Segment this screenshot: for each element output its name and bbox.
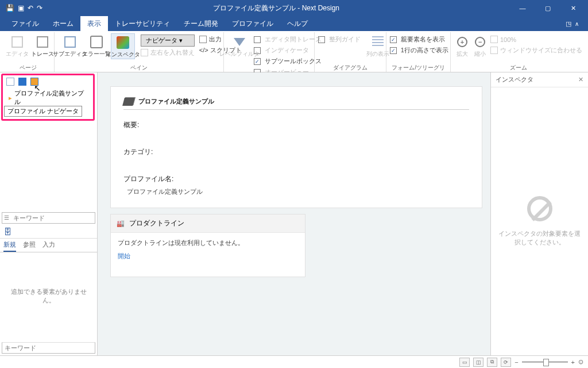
level-filter-button[interactable]: レベルフィルタ [227, 33, 252, 58]
tree-collapse-icon[interactable] [6, 78, 14, 86]
zoom-in-button[interactable]: 拡大 [454, 33, 470, 58]
zoom-plus[interactable]: + [571, 359, 575, 366]
tree-root-item[interactable]: ▸ プロファイル定義サンプル [3, 88, 93, 108]
inspector-title: インスペクタ [496, 75, 533, 84]
status-view1-icon[interactable]: ▭ [459, 358, 470, 367]
row-height-chk[interactable]: 1行の高さで表示 [390, 45, 448, 55]
productline-icon: 🏭 [117, 220, 125, 227]
inspector-panel: インスペクタ ✕ インスペクタの対象要素を選択してください。 [490, 72, 588, 355]
align-guide-chk[interactable]: 整列ガイド [318, 34, 361, 44]
ribbon-tabs: ファイル ホーム 表示 トレーサビリティ チーム開発 プロファイル ヘルプ ◳ … [0, 16, 588, 31]
group-pane-label: ペイン [58, 64, 220, 71]
tab-view[interactable]: 表示 [80, 16, 108, 31]
inspector-msg: インスペクタの対象要素を選択してください。 [497, 229, 582, 247]
redo-icon[interactable]: ↷ [37, 4, 42, 12]
zoom-slider[interactable] [522, 361, 568, 363]
tab-team[interactable]: チーム開発 [177, 16, 225, 31]
status-view2-icon[interactable]: ◫ [473, 358, 483, 367]
indicator-chk[interactable]: インディケータ [254, 45, 322, 55]
bottom-keyword-input[interactable] [2, 344, 95, 351]
main-panel: プロファイル定義サンプル 概要: カテゴリ: プロファイル名: プロファイル定義… [98, 72, 490, 355]
tab-file[interactable]: ファイル [5, 16, 46, 31]
profile-name-value: プロファイル定義サンプル [127, 187, 469, 196]
category-label: カテゴリ: [123, 147, 469, 157]
left-panel: ↖ ▸ プロファイル定義サンプル プロファイル ナビゲータ ☰ 🗄 新規 参照 … [0, 72, 98, 355]
profile-name-label: プロファイル名: [123, 174, 469, 184]
navigator-highlight-box: ↖ ▸ プロファイル定義サンプル プロファイル ナビゲータ [1, 74, 95, 121]
maximize-button[interactable]: ▢ [535, 0, 560, 16]
tab-traceability[interactable]: トレーサビリティ [108, 16, 177, 31]
tab-home[interactable]: ホーム [46, 16, 80, 31]
left-drawer-icon[interactable]: 🗄 [0, 225, 97, 239]
tree-box-icon[interactable] [18, 78, 26, 86]
error-list-button[interactable]: エラー一覧 [84, 33, 109, 58]
profile-document: プロファイル定義サンプル 概要: カテゴリ: プロファイル名: プロファイル定義… [110, 86, 482, 208]
inspector-close-icon[interactable]: ✕ [578, 76, 583, 83]
zoom-fit[interactable]: ウィンドウサイズに合わせる [490, 45, 582, 55]
productline-card: 🏭 プロダクトライン プロダクトラインは現在利用していません。 開始 [110, 214, 305, 277]
summary-label: 概要: [123, 120, 469, 130]
navigator-dropdown[interactable]: ナビゲータ ▾ [141, 34, 195, 47]
subeditor-button[interactable]: サブエディタ [58, 33, 82, 58]
keyword-input[interactable] [11, 214, 95, 221]
save-icon[interactable]: 💾 [6, 4, 14, 12]
tab-help[interactable]: ヘルプ [280, 16, 315, 31]
subtab-new[interactable]: 新規 [3, 240, 16, 252]
editor-page-button[interactable]: エディタ [6, 33, 29, 58]
ribbon: エディタ トレース ページ サブエディタ エラー一覧 インスペクタ ナビゲータ … [0, 31, 588, 72]
folder-icon[interactable]: ▣ [18, 4, 24, 12]
productline-body: プロダクトラインは現在利用していません。 [118, 239, 298, 247]
close-button[interactable]: ✕ [560, 0, 586, 16]
titlebar: 💾 ▣ ↶ ↷ プロファイル定義サンプル - Next Design ― ▢ ✕ [0, 0, 588, 16]
parent-name-chk[interactable]: 親要素名を表示 [390, 34, 448, 44]
profile-navigator-icon[interactable] [30, 78, 38, 86]
productline-title: プロダクトライン [129, 218, 184, 228]
bottom-keyword-search[interactable] [2, 342, 95, 354]
keyword-search[interactable]: ☰ [2, 212, 95, 224]
zoom-pct[interactable]: 100% [490, 34, 582, 44]
zoom-reset-icon[interactable]: ⊙ [578, 358, 583, 366]
status-view3-icon[interactable]: ⧉ [487, 358, 497, 367]
tab-profile[interactable]: プロファイル [225, 16, 280, 31]
trace-page-button[interactable]: トレース [31, 33, 54, 58]
group-zoom-label: ズーム [454, 64, 582, 71]
left-subtabs: 新規 参照 入力 [0, 239, 97, 252]
profile-title: プロファイル定義サンプル [138, 97, 214, 106]
status-bar: ▭ ◫ ⧉ ⟳ − + ⊙ [0, 355, 588, 368]
editor-trace-chk[interactable]: エディタ間トレース [254, 34, 322, 44]
inspector-button[interactable]: インスペクタ [111, 33, 135, 59]
zoom-minus[interactable]: − [514, 359, 518, 366]
group-diagram-label: ダイアグラム [318, 64, 382, 71]
keyword-list-icon[interactable]: ☰ [2, 214, 11, 221]
zoom-out-button[interactable]: 縮小 [473, 33, 488, 58]
status-view4-icon[interactable]: ⟳ [501, 358, 511, 367]
productline-start-link[interactable]: 開始 [118, 252, 130, 260]
profile-icon [122, 98, 135, 106]
left-empty-msg: 追加できる要素がありません。 [0, 252, 97, 341]
window-title: プロファイル定義サンプル - Next Design [42, 3, 510, 13]
tree-root-label: プロファイル定義サンプル [14, 89, 87, 106]
minimize-button[interactable]: ― [510, 0, 535, 16]
ribbon-collapse[interactable]: ◳ ∧ [561, 20, 583, 28]
group-form-label: フォーム/ツリーグリッド [390, 64, 447, 71]
group-page-label: ページ [6, 64, 51, 71]
subtab-input[interactable]: 入力 [42, 240, 55, 252]
navigator-tooltip: プロファイル ナビゲータ [4, 106, 82, 117]
swap-panes-button[interactable]: 左右を入れ替え [141, 48, 195, 57]
subtab-ref[interactable]: 参照 [23, 240, 36, 252]
subtoolbox-chk[interactable]: サブツールボックス [254, 56, 322, 66]
undo-icon[interactable]: ↶ [28, 4, 33, 12]
no-selection-icon [527, 196, 552, 221]
